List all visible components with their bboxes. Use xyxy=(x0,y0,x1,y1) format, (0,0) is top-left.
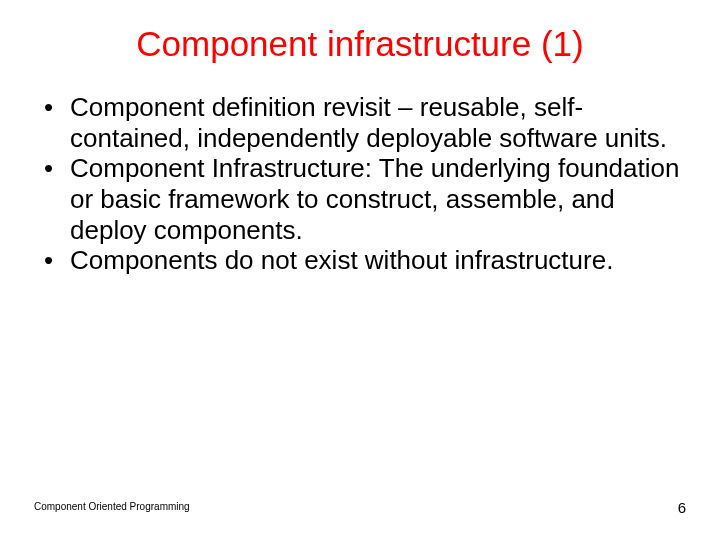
page-number: 6 xyxy=(678,499,686,516)
bullet-list: Component definition revisit – reusable,… xyxy=(40,92,680,276)
slide: Component infrastructure (1) Component d… xyxy=(0,0,720,540)
slide-body: Component definition revisit – reusable,… xyxy=(0,72,720,276)
bullet-item: Component Infrastructure: The underlying… xyxy=(40,153,680,245)
slide-title: Component infrastructure (1) xyxy=(0,0,720,72)
bullet-item: Component definition revisit – reusable,… xyxy=(40,92,680,153)
bullet-item: Components do not exist without infrastr… xyxy=(40,245,680,276)
footer-text: Component Oriented Programming xyxy=(34,501,190,512)
